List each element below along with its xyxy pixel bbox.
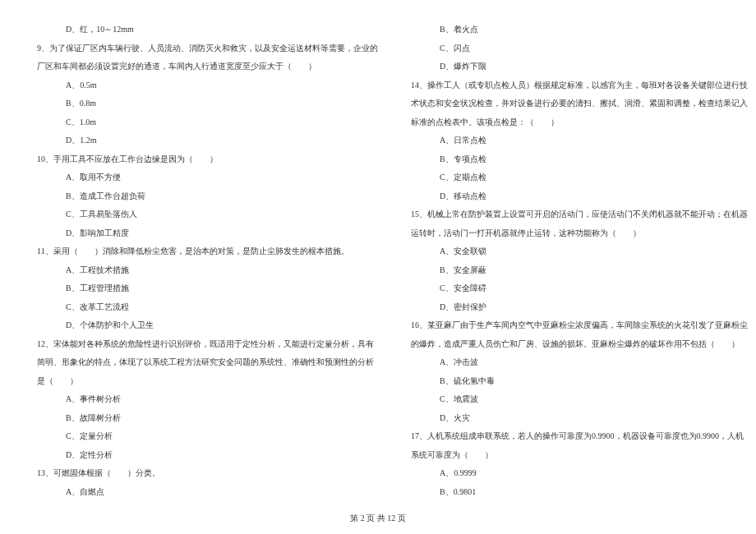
text-line: 术状态和安全状况检查，并对设备进行必要的清扫、擦拭、润滑、紧固和调整，检查结果记… — [411, 94, 748, 113]
text-line: A、事件树分析 — [37, 390, 378, 409]
text-line: B、专项点检 — [411, 150, 748, 169]
text-line: 的爆炸，造成严重人员伤亡和厂房、设施的损坏。亚麻粉尘爆炸的破坏作用不包括（ ） — [411, 335, 748, 354]
text-line: 15、机械上常在防护装置上设置可开启的活动门，应使活动门不关闭机器就不能开动；在… — [411, 205, 748, 224]
text-line: C、定量分析 — [37, 427, 378, 446]
text-line: A、工程技术措施 — [37, 261, 378, 280]
text-line: A、0.5m — [37, 76, 378, 95]
text-line: A、冲击波 — [411, 353, 748, 372]
text-line: A、0.9999 — [411, 464, 748, 483]
text-line: D、影响加工精度 — [37, 224, 378, 243]
text-line: B、工程管理措施 — [37, 279, 378, 298]
text-line: 厂区和车间都必须设置完好的通道，车间内人行通道宽度至少应大于（ ） — [37, 58, 378, 76]
text-line: D、密封保护 — [411, 298, 748, 317]
text-line: B、着火点 — [411, 21, 748, 39]
text-line: A、取用不方便 — [37, 168, 378, 187]
text-line: B、0.8m — [37, 94, 378, 113]
text-line: C、工具易坠落伤人 — [37, 205, 378, 224]
text-line: D、定性分析 — [37, 446, 378, 465]
text-line: D、1.2m — [37, 131, 378, 150]
text-line: D、移动点检 — [411, 187, 748, 206]
text-line: B、安全屏蔽 — [411, 261, 748, 280]
text-line: C、定期点检 — [411, 168, 748, 187]
text-line: C、闪点 — [411, 39, 748, 58]
text-line: A、自燃点 — [37, 483, 378, 502]
text-line: D、火灾 — [411, 409, 748, 428]
text-line: 是（ ） — [37, 372, 378, 391]
text-line: 12、宋体能对各种系统的危险性进行识别评价，既适用于定性分析，又能进行定量分析，… — [37, 335, 378, 354]
text-line: B、故障树分析 — [37, 409, 378, 428]
text-line: C、改革工艺流程 — [37, 298, 378, 317]
text-line: 10、手用工具不应放在工作台边缘是因为（ ） — [37, 150, 378, 169]
text-line: B、硫化氢中毒 — [411, 372, 748, 391]
document-content: D、红，10～12mm9、为了保证厂区内车辆行驶、人员流动、消防灭火和救灾，以及… — [37, 21, 719, 497]
right-column: B、着火点C、闪点D、爆炸下限14、操作工人（或专职点检人员）根据规定标准，以感… — [411, 21, 748, 497]
text-line: 运转时，活动门一打开机器就停止运转，这种功能称为（ ） — [411, 224, 748, 243]
text-line: C、安全障碍 — [411, 279, 748, 298]
text-line: A、日常点检 — [411, 131, 748, 150]
page-footer: 第 2 页 共 12 页 — [0, 513, 756, 524]
text-line: 14、操作工人（或专职点检人员）根据规定标准，以感官为主，每班对各设备关键部位进… — [411, 76, 748, 95]
text-line: 9、为了保证厂区内车辆行驶、人员流动、消防灭火和救灾，以及安全运送材料等需要，企… — [37, 39, 378, 58]
text-line: D、个体防护和个人卫生 — [37, 316, 378, 335]
text-line: 16、某亚麻厂由于生产车间内空气中亚麻粉尘浓度偏高，车间除尘系统的火花引发了亚麻… — [411, 316, 748, 335]
text-line: B、0.9801 — [411, 483, 748, 502]
text-line: A、安全联锁 — [411, 242, 748, 261]
text-line: 系统可靠度为（ ） — [411, 446, 748, 465]
text-line: 11、采用（ ）消除和降低粉尘危害，是治本的对策，是防止尘肺发生的根本措施。 — [37, 242, 378, 261]
text-line: C、1.0m — [37, 113, 378, 132]
text-line: 标准的点检表中。该项点检是：（ ） — [411, 113, 748, 132]
text-line: C、地震波 — [411, 390, 748, 409]
text-line: D、红，10～12mm — [37, 21, 378, 39]
text-line: D、爆炸下限 — [411, 58, 748, 76]
text-line: 13、可燃固体根据（ ）分类。 — [37, 464, 378, 483]
text-line: B、造成工作台超负荷 — [37, 187, 378, 206]
text-line: 简明、形象化的特点，体现了以系统工程方法研究安全问题的系统性、准确性和预测性的分… — [37, 353, 378, 372]
left-column: D、红，10～12mm9、为了保证厂区内车辆行驶、人员流动、消防灭火和救灾，以及… — [37, 21, 378, 497]
text-line: 17、人机系统组成串联系统，若人的操作可靠度为0.9900，机器设备可靠度也为0… — [411, 427, 748, 446]
